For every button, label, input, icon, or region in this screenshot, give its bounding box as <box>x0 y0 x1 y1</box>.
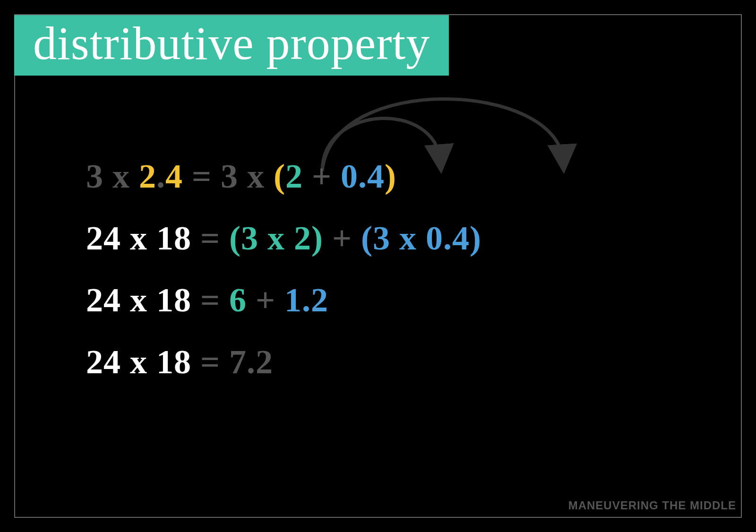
token: = <box>200 281 229 319</box>
token: 3 x <box>86 157 139 195</box>
token: (3 x 2) <box>229 219 323 257</box>
token: 24 x 18 <box>86 219 200 257</box>
watermark: MANEUVERING THE MIDDLE <box>568 499 736 512</box>
token: x <box>247 157 274 195</box>
token: (3 x 0.4) <box>361 219 481 257</box>
token: + <box>303 157 341 195</box>
token: . <box>156 157 165 195</box>
slide-frame: distributive property 3 x 2.4 = 3 x (2 +… <box>14 14 742 518</box>
token: 3 <box>221 157 247 195</box>
token: 1.2 <box>284 281 328 319</box>
equation-line-1: 3 x 2.4 = 3 x (2 + 0.4) <box>86 157 703 196</box>
token: + <box>323 219 361 257</box>
token: ) <box>385 157 396 195</box>
token: 2 <box>139 157 156 195</box>
token: ( <box>274 157 285 195</box>
title-text: distributive property <box>33 17 430 69</box>
watermark-text: MANEUVERING THE MIDDLE <box>568 499 736 512</box>
token: 6 <box>229 281 247 319</box>
token: 7.2 <box>229 343 273 381</box>
token: 24 x 18 <box>86 343 200 381</box>
token: 24 x 18 <box>86 281 200 319</box>
token: + <box>247 281 284 319</box>
equation-line-2: 24 x 18 = (3 x 2) + (3 x 0.4) <box>86 219 703 258</box>
token: 0.4 <box>341 157 385 195</box>
token: 2 <box>285 157 303 195</box>
equation-block: 3 x 2.4 = 3 x (2 + 0.4) 24 x 18 = (3 x 2… <box>86 157 703 404</box>
token: = <box>183 157 221 195</box>
token: = <box>200 219 229 257</box>
equation-line-3: 24 x 18 = 6 + 1.2 <box>86 281 703 320</box>
equation-line-4: 24 x 18 = 7.2 <box>86 343 703 382</box>
token: = <box>200 343 229 381</box>
token: 4 <box>165 157 183 195</box>
title-bar: distributive property <box>14 15 449 76</box>
